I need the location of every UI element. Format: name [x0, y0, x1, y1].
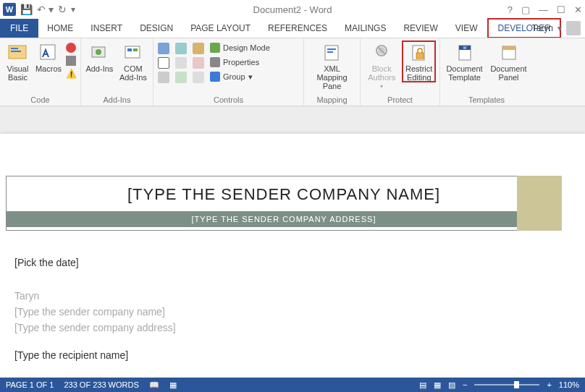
sender-company-address-field[interactable]: [TYPE THE SENDER COMPANY ADDRESS]	[7, 211, 561, 227]
group-label-addins: Add-Ins	[85, 95, 148, 106]
group-label-controls: Controls	[158, 95, 299, 106]
record-macro-icon[interactable]	[66, 43, 76, 53]
svg-rect-11	[327, 51, 333, 53]
xml-mapping-button[interactable]: XML Mapping Pane	[308, 41, 355, 90]
tab-references[interactable]: REFERENCES	[259, 19, 336, 38]
picture-control-icon[interactable]	[193, 43, 204, 54]
undo-icon[interactable]: ↶ ▾	[37, 4, 54, 15]
sender-company-name-field[interactable]: [TYPE THE SENDER COMPANY NAME]	[7, 176, 561, 204]
svg-rect-2	[11, 51, 21, 52]
print-layout-icon[interactable]: ▦	[434, 380, 441, 390]
svg-rect-7	[127, 48, 132, 51]
block-authors-icon	[371, 43, 392, 63]
group-icon	[210, 72, 220, 82]
zoom-out-icon[interactable]: −	[463, 380, 467, 389]
com-addins-button[interactable]: COM Add-Ins	[118, 41, 148, 82]
group-label-templates: Templates	[445, 95, 529, 106]
combobox-control-icon[interactable]	[175, 57, 187, 69]
document-canvas[interactable]: [TYPE THE SENDER COMPANY NAME] [TYPE THE…	[0, 106, 585, 378]
group-label-mapping: Mapping	[308, 95, 355, 106]
svg-rect-10	[327, 48, 336, 50]
letterhead-accent	[517, 176, 562, 231]
web-layout-icon[interactable]: ▨	[448, 380, 455, 390]
redo-icon[interactable]: ↻	[58, 4, 67, 15]
macros-button[interactable]: Macros	[35, 41, 62, 73]
restrict-editing-icon	[409, 43, 429, 63]
zoom-slider[interactable]	[474, 384, 539, 385]
chevron-down-icon: ▾	[380, 83, 383, 90]
document-template-button[interactable]: W Document Template	[445, 41, 484, 82]
tab-design[interactable]: DESIGN	[131, 19, 182, 38]
datepicker-control-icon[interactable]	[193, 57, 204, 69]
design-mode-button[interactable]: Design Mode	[210, 43, 270, 53]
macro-security-icon[interactable]: ⚠️	[66, 69, 76, 79]
design-mode-icon	[210, 43, 220, 53]
close-icon[interactable]: ✕	[574, 4, 582, 15]
tab-insert[interactable]: INSERT	[82, 19, 131, 38]
recipient-name-field[interactable]: [Type the recipient name]	[14, 349, 556, 361]
dropdown-control-icon[interactable]	[158, 72, 169, 83]
tab-home[interactable]: HOME	[38, 19, 82, 38]
macro-status-icon[interactable]: ▦	[169, 380, 177, 390]
sender-address-line[interactable]: [Type the sender company address]	[14, 322, 556, 333]
visual-basic-icon	[7, 43, 28, 63]
read-mode-icon[interactable]: ▤	[419, 380, 426, 390]
svg-rect-1	[11, 48, 18, 49]
plain-text-control-icon[interactable]	[175, 43, 187, 54]
document-panel-button[interactable]: Document Panel	[489, 41, 529, 82]
properties-button[interactable]: Properties	[210, 57, 270, 67]
zoom-level[interactable]: 110%	[559, 380, 579, 389]
account-name[interactable]: Taryn	[532, 23, 553, 33]
date-picker-field[interactable]: [Pick the date]	[14, 257, 556, 268]
repeating-control-icon[interactable]	[175, 72, 187, 83]
page: [TYPE THE SENDER COMPANY NAME] [TYPE THE…	[0, 134, 585, 378]
checkbox-control-icon[interactable]	[158, 57, 169, 69]
zoom-thumb[interactable]	[514, 381, 519, 388]
document-panel-icon	[499, 43, 519, 63]
xml-mapping-icon	[322, 43, 342, 63]
sender-name-line[interactable]: Taryn	[14, 290, 556, 302]
qat-customize-icon[interactable]: ▾	[71, 4, 75, 14]
tab-mailings[interactable]: MAILINGS	[336, 19, 395, 38]
group-label-code: Code	[4, 95, 76, 106]
window-title: Document2 - Word	[0, 4, 585, 15]
spellcheck-icon[interactable]: 📖	[149, 380, 159, 390]
visual-basic-button[interactable]: Visual Basic	[4, 41, 31, 82]
svg-rect-6	[125, 46, 140, 58]
help-icon[interactable]: ?	[508, 4, 513, 15]
svg-rect-16	[416, 53, 424, 59]
ribbon-display-icon[interactable]: ▢	[521, 4, 530, 15]
pause-macro-icon[interactable]	[66, 56, 76, 66]
word-count[interactable]: 233 OF 233 WORDS	[64, 380, 138, 389]
zoom-in-icon[interactable]: +	[547, 380, 551, 389]
sender-company-line[interactable]: [Type the sender company name]	[14, 306, 556, 318]
legacy-control-icon[interactable]	[193, 72, 204, 83]
addins-button[interactable]: Add-Ins	[85, 41, 114, 73]
rich-text-control-icon[interactable]	[158, 43, 169, 54]
tab-review[interactable]: REVIEW	[395, 19, 446, 38]
word-app-icon: W	[3, 3, 16, 16]
avatar[interactable]	[566, 21, 581, 35]
letterhead-box: [TYPE THE SENDER COMPANY NAME] [TYPE THE…	[6, 176, 562, 231]
tab-view[interactable]: VIEW	[447, 19, 487, 38]
com-addins-icon	[123, 43, 143, 63]
svg-rect-21	[502, 46, 515, 50]
block-authors-button: Block Authors ▾	[365, 41, 398, 90]
status-bar: PAGE 1 OF 1 233 OF 233 WORDS 📖 ▦ ▤ ▦ ▨ −…	[0, 378, 585, 392]
svg-rect-8	[133, 48, 138, 51]
page-count[interactable]: PAGE 1 OF 1	[6, 380, 54, 389]
tab-file[interactable]: FILE	[0, 19, 38, 38]
tab-page-layout[interactable]: PAGE LAYOUT	[182, 19, 259, 38]
macros-icon	[38, 43, 59, 63]
document-template-icon: W	[455, 43, 475, 63]
account-dropdown-icon[interactable]: ▾	[557, 23, 562, 33]
minimize-icon[interactable]: —	[539, 4, 548, 15]
group-button[interactable]: Group▾	[210, 72, 270, 82]
addins-icon	[89, 43, 109, 63]
group-label-protect: Protect	[365, 95, 435, 106]
restrict-editing-button[interactable]: Restrict Editing	[403, 41, 435, 82]
save-icon[interactable]: 💾	[20, 4, 33, 15]
svg-point-5	[96, 49, 101, 55]
maximize-icon[interactable]: ☐	[557, 4, 565, 15]
chevron-down-icon: ▾	[248, 72, 253, 82]
